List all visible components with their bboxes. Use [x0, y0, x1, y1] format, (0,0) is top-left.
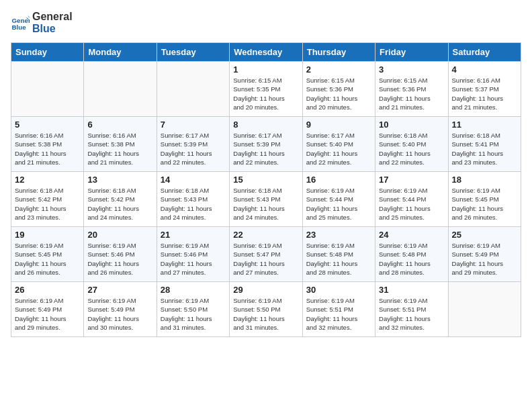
day-info: Sunrise: 6:17 AM Sunset: 5:39 PM Dayligh… — [233, 131, 298, 167]
day-info: Sunrise: 6:19 AM Sunset: 5:49 PM Dayligh… — [15, 296, 80, 332]
day-number: 26 — [15, 285, 80, 295]
day-number: 7 — [161, 120, 226, 130]
day-info: Sunrise: 6:19 AM Sunset: 5:45 PM Dayligh… — [15, 241, 80, 277]
day-number: 18 — [452, 175, 517, 185]
weekday-header-friday: Friday — [375, 43, 448, 62]
day-number: 25 — [452, 230, 517, 240]
day-info: Sunrise: 6:19 AM Sunset: 5:46 PM Dayligh… — [87, 241, 152, 277]
day-number: 11 — [452, 120, 517, 130]
weekday-header-row: SundayMondayTuesdayWednesdayThursdayFrid… — [11, 43, 521, 62]
calendar-cell: 9Sunrise: 6:17 AM Sunset: 5:40 PM Daylig… — [302, 117, 375, 172]
day-info: Sunrise: 6:19 AM Sunset: 5:48 PM Dayligh… — [306, 241, 371, 277]
day-info: Sunrise: 6:15 AM Sunset: 5:36 PM Dayligh… — [379, 76, 444, 111]
day-number: 2 — [306, 64, 371, 75]
calendar-cell: 27Sunrise: 6:19 AM Sunset: 5:49 PM Dayli… — [84, 282, 157, 337]
calendar-cell: 20Sunrise: 6:19 AM Sunset: 5:46 PM Dayli… — [84, 227, 157, 282]
day-info: Sunrise: 6:19 AM Sunset: 5:51 PM Dayligh… — [379, 296, 444, 332]
day-number: 23 — [306, 230, 371, 240]
calendar-cell: 22Sunrise: 6:19 AM Sunset: 5:47 PM Dayli… — [230, 227, 302, 282]
day-number: 3 — [379, 64, 444, 75]
calendar-cell: 30Sunrise: 6:19 AM Sunset: 5:51 PM Dayli… — [302, 282, 375, 337]
weekday-header-tuesday: Tuesday — [157, 43, 229, 62]
weekday-header-monday: Monday — [84, 43, 157, 62]
day-number: 5 — [15, 120, 80, 130]
svg-text:Blue: Blue — [11, 23, 26, 30]
day-number: 16 — [306, 175, 371, 185]
logo-icon: General Blue — [11, 13, 30, 32]
calendar-cell: 24Sunrise: 6:19 AM Sunset: 5:48 PM Dayli… — [375, 227, 448, 282]
day-info: Sunrise: 6:18 AM Sunset: 5:42 PM Dayligh… — [15, 186, 80, 222]
calendar-cell: 3Sunrise: 6:15 AM Sunset: 5:36 PM Daylig… — [375, 62, 448, 117]
calendar-cell: 14Sunrise: 6:18 AM Sunset: 5:43 PM Dayli… — [157, 172, 229, 227]
calendar-cell: 2Sunrise: 6:15 AM Sunset: 5:36 PM Daylig… — [302, 62, 375, 117]
day-info: Sunrise: 6:19 AM Sunset: 5:51 PM Dayligh… — [306, 296, 371, 332]
calendar-cell: 13Sunrise: 6:18 AM Sunset: 5:42 PM Dayli… — [84, 172, 157, 227]
day-number: 13 — [87, 175, 152, 185]
day-number: 4 — [452, 64, 517, 75]
calendar-cell: 16Sunrise: 6:19 AM Sunset: 5:44 PM Dayli… — [302, 172, 375, 227]
calendar-cell — [448, 282, 521, 337]
calendar-cell: 28Sunrise: 6:19 AM Sunset: 5:50 PM Dayli… — [157, 282, 229, 337]
day-number: 20 — [87, 230, 152, 240]
calendar-cell: 15Sunrise: 6:18 AM Sunset: 5:43 PM Dayli… — [230, 172, 302, 227]
day-number: 30 — [306, 285, 371, 295]
day-info: Sunrise: 6:17 AM Sunset: 5:40 PM Dayligh… — [306, 131, 371, 167]
calendar-cell: 4Sunrise: 6:16 AM Sunset: 5:37 PM Daylig… — [448, 62, 521, 117]
calendar-cell: 19Sunrise: 6:19 AM Sunset: 5:45 PM Dayli… — [11, 227, 84, 282]
calendar-cell: 12Sunrise: 6:18 AM Sunset: 5:42 PM Dayli… — [11, 172, 84, 227]
day-info: Sunrise: 6:19 AM Sunset: 5:48 PM Dayligh… — [379, 241, 444, 277]
calendar-cell: 25Sunrise: 6:19 AM Sunset: 5:49 PM Dayli… — [448, 227, 521, 282]
calendar-cell: 1Sunrise: 6:15 AM Sunset: 5:35 PM Daylig… — [230, 62, 302, 117]
calendar-cell — [84, 62, 157, 117]
calendar-cell: 26Sunrise: 6:19 AM Sunset: 5:49 PM Dayli… — [11, 282, 84, 337]
day-number: 8 — [233, 120, 298, 130]
calendar-week-row: 26Sunrise: 6:19 AM Sunset: 5:49 PM Dayli… — [11, 282, 521, 337]
day-number: 24 — [379, 230, 444, 240]
day-info: Sunrise: 6:18 AM Sunset: 5:43 PM Dayligh… — [161, 186, 226, 222]
day-info: Sunrise: 6:19 AM Sunset: 5:44 PM Dayligh… — [379, 186, 444, 222]
calendar-cell: 17Sunrise: 6:19 AM Sunset: 5:44 PM Dayli… — [375, 172, 448, 227]
day-number: 9 — [306, 120, 371, 130]
day-number: 15 — [233, 175, 298, 185]
logo-text-line2: Blue — [32, 23, 73, 35]
day-info: Sunrise: 6:19 AM Sunset: 5:44 PM Dayligh… — [306, 186, 371, 222]
calendar-cell: 21Sunrise: 6:19 AM Sunset: 5:46 PM Dayli… — [157, 227, 229, 282]
calendar-week-row: 19Sunrise: 6:19 AM Sunset: 5:45 PM Dayli… — [11, 227, 521, 282]
day-number: 31 — [379, 285, 444, 295]
day-info: Sunrise: 6:19 AM Sunset: 5:49 PM Dayligh… — [452, 241, 517, 277]
day-number: 27 — [87, 285, 152, 295]
day-number: 19 — [15, 230, 80, 240]
day-number: 22 — [233, 230, 298, 240]
day-info: Sunrise: 6:19 AM Sunset: 5:50 PM Dayligh… — [233, 296, 298, 332]
day-info: Sunrise: 6:16 AM Sunset: 5:37 PM Dayligh… — [452, 76, 517, 111]
weekday-header-thursday: Thursday — [302, 43, 375, 62]
day-number: 14 — [161, 175, 226, 185]
day-info: Sunrise: 6:16 AM Sunset: 5:38 PM Dayligh… — [15, 131, 80, 167]
calendar-cell: 10Sunrise: 6:18 AM Sunset: 5:40 PM Dayli… — [375, 117, 448, 172]
day-number: 29 — [233, 285, 298, 295]
calendar-week-row: 5Sunrise: 6:16 AM Sunset: 5:38 PM Daylig… — [11, 117, 521, 172]
day-info: Sunrise: 6:19 AM Sunset: 5:45 PM Dayligh… — [452, 186, 517, 222]
day-info: Sunrise: 6:16 AM Sunset: 5:38 PM Dayligh… — [87, 131, 152, 167]
day-info: Sunrise: 6:18 AM Sunset: 5:42 PM Dayligh… — [87, 186, 152, 222]
calendar-cell: 31Sunrise: 6:19 AM Sunset: 5:51 PM Dayli… — [375, 282, 448, 337]
calendar-week-row: 1Sunrise: 6:15 AM Sunset: 5:35 PM Daylig… — [11, 62, 521, 117]
day-info: Sunrise: 6:19 AM Sunset: 5:49 PM Dayligh… — [87, 296, 152, 332]
day-info: Sunrise: 6:18 AM Sunset: 5:41 PM Dayligh… — [452, 131, 517, 167]
calendar-cell: 23Sunrise: 6:19 AM Sunset: 5:48 PM Dayli… — [302, 227, 375, 282]
day-number: 10 — [379, 120, 444, 130]
weekday-header-saturday: Saturday — [448, 43, 521, 62]
calendar-cell: 18Sunrise: 6:19 AM Sunset: 5:45 PM Dayli… — [448, 172, 521, 227]
weekday-header-wednesday: Wednesday — [230, 43, 302, 62]
day-number: 21 — [161, 230, 226, 240]
calendar-cell — [11, 62, 84, 117]
day-info: Sunrise: 6:17 AM Sunset: 5:39 PM Dayligh… — [161, 131, 226, 167]
calendar-cell: 11Sunrise: 6:18 AM Sunset: 5:41 PM Dayli… — [448, 117, 521, 172]
day-number: 6 — [87, 120, 152, 130]
calendar-cell: 6Sunrise: 6:16 AM Sunset: 5:38 PM Daylig… — [84, 117, 157, 172]
day-info: Sunrise: 6:15 AM Sunset: 5:36 PM Dayligh… — [306, 76, 371, 111]
calendar-cell: 29Sunrise: 6:19 AM Sunset: 5:50 PM Dayli… — [230, 282, 302, 337]
calendar-cell: 8Sunrise: 6:17 AM Sunset: 5:39 PM Daylig… — [230, 117, 302, 172]
day-info: Sunrise: 6:18 AM Sunset: 5:43 PM Dayligh… — [233, 186, 298, 222]
day-info: Sunrise: 6:19 AM Sunset: 5:50 PM Dayligh… — [161, 296, 226, 332]
